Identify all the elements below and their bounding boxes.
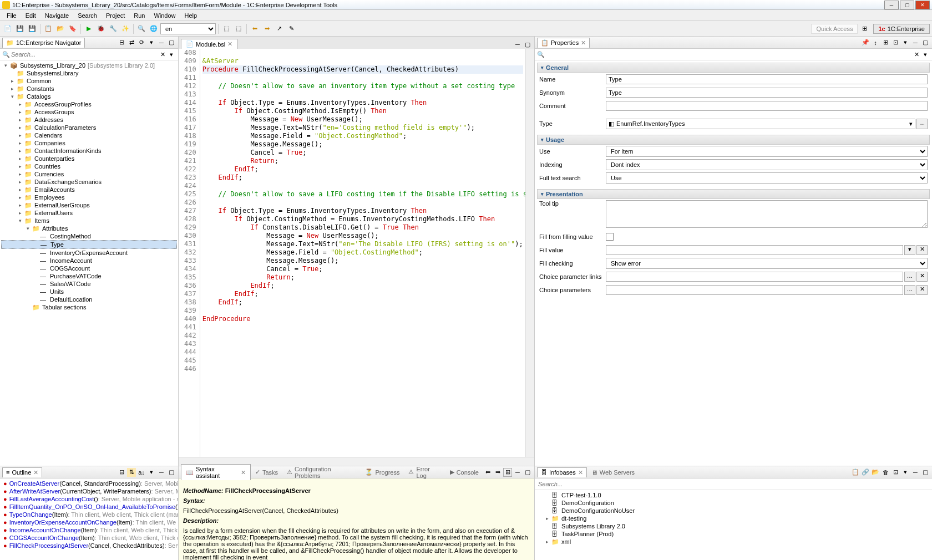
wand-button[interactable]: ✨	[120, 23, 131, 34]
infobase-item[interactable]: 🗄Subsystems Library 2.0	[536, 522, 931, 530]
infobase-tool-3[interactable]: 📂	[871, 468, 880, 477]
tree-node[interactable]: ▸📁AccessGroups	[1, 108, 177, 116]
prop-type-field[interactable]: ◧EnumRef.InventoryTypes▾	[606, 119, 915, 129]
properties-filter-input[interactable]	[545, 50, 912, 59]
tree-node[interactable]: ▸📁AccessGroupProfiles	[1, 100, 177, 108]
maximize-panel-button[interactable]: ▢	[167, 468, 176, 477]
menu-navigate[interactable]: Navigate	[40, 11, 73, 20]
code-editor[interactable]: 4084094104114124134144154164174184194204…	[179, 49, 534, 457]
outline-tab[interactable]: ≡ Outline ✕	[2, 467, 42, 477]
syntax-tool-3[interactable]: ⊞	[503, 468, 512, 477]
tree-node[interactable]: ▸📁Constants	[1, 85, 177, 93]
nav-button-2[interactable]: ⬚	[233, 23, 244, 34]
tree-node[interactable]: —IncomeAccount	[1, 257, 177, 264]
tree-node[interactable]: ▾📁Catalogs	[1, 93, 177, 100]
tree-node[interactable]: ▾📁Items	[1, 217, 177, 225]
infobase-tool-2[interactable]: 🔗	[861, 468, 870, 477]
tree-node[interactable]: ▸📁ContactInformationKinds	[1, 147, 177, 155]
outline-tool-1[interactable]: ⊟	[117, 468, 126, 477]
fillvalue-dropdown-button[interactable]: ▾	[904, 245, 915, 255]
prop-name-input[interactable]	[606, 74, 928, 84]
filter-menu-button[interactable]: ▾	[921, 50, 930, 59]
choicelinks-clear-button[interactable]: ✕	[916, 272, 928, 282]
perspective-button[interactable]: 1c1C:Enterprise	[873, 24, 930, 34]
refresh-button[interactable]: ⟳	[137, 38, 146, 47]
tree-node[interactable]: —PurchaseVATCode	[1, 272, 177, 280]
infobase-item[interactable]: 🗄DemoConfigurationNoUser	[536, 507, 931, 515]
tree-node[interactable]: ▸📁EmailAccounts	[1, 186, 177, 194]
editor-tab-module[interactable]: 📄 Module.bsl ✕	[181, 39, 237, 49]
tree-node[interactable]: 📁Tabular sections	[1, 303, 177, 311]
maximize-panel-button[interactable]: ▢	[921, 38, 930, 47]
outline-item[interactable]: ●OnCreateAtServer(Cancel, StandardProces…	[1, 480, 177, 487]
infobase-tool-5[interactable]: ⊡	[891, 468, 900, 477]
maximize-button[interactable]: ▢	[900, 1, 914, 9]
maximize-panel-button[interactable]: ▢	[523, 468, 532, 477]
run-button[interactable]: ▶	[83, 23, 94, 34]
syntax-tab[interactable]: ▶Console	[445, 464, 483, 480]
categorize-button[interactable]: ⊞	[881, 38, 890, 47]
tools-button[interactable]: 🔧	[108, 23, 119, 34]
minimize-panel-button[interactable]: ─	[911, 468, 920, 477]
edit-toolbar-button[interactable]: ✎	[286, 23, 297, 34]
view-menu-button[interactable]: ▾	[147, 38, 156, 47]
syntax-tab[interactable]: ⏳Progress	[361, 464, 404, 480]
save-button[interactable]: 💾	[14, 23, 26, 34]
view-menu-button[interactable]: ▾	[901, 38, 910, 47]
tree-node[interactable]: —SalesVATCode	[1, 280, 177, 288]
prop-choicelinks-input[interactable]	[606, 272, 903, 282]
tree-node[interactable]: —Units	[1, 288, 177, 296]
section-general[interactable]: General	[537, 63, 930, 73]
search-menu-button[interactable]: ▾	[167, 50, 176, 59]
close-tab-button[interactable]: ✕	[578, 469, 583, 476]
code-body[interactable]: &AtServerProcedure FillCheckProcessingAt…	[200, 49, 525, 457]
close-button[interactable]: ✕	[915, 1, 930, 9]
navigator-search-input[interactable]	[10, 50, 158, 59]
tree-node[interactable]: ▸📁DataExchangeScenarios	[1, 178, 177, 186]
quick-access[interactable]: Quick Access	[811, 24, 858, 34]
tree-node[interactable]: —COGSAccount	[1, 264, 177, 272]
outline-sort-button[interactable]: a↓	[137, 468, 146, 477]
forward-button[interactable]: ➡	[261, 23, 272, 34]
prop-fulltext-select[interactable]: Use	[606, 172, 928, 184]
outline-item[interactable]: ●FillLastAverageAccountingCost() : Serve…	[1, 495, 177, 503]
prop-use-select[interactable]: For item	[606, 146, 928, 157]
open-button[interactable]: 📂	[55, 23, 66, 34]
close-tab-button[interactable]: ✕	[227, 40, 232, 48]
tree-root[interactable]: ▾📦Subsystems_Library_20[Subsystems Libra…	[1, 62, 177, 69]
perspective-switcher-icon[interactable]: ⊞	[859, 23, 870, 34]
tree-node[interactable]: ▸📁Countries	[1, 162, 177, 170]
type-picker-button[interactable]: …	[916, 119, 928, 129]
link-editor-button[interactable]: ⇄	[127, 38, 136, 47]
bookmark-button[interactable]: 🔖	[67, 23, 78, 34]
infobase-item[interactable]: 🗄TaskPlanner (Prod)	[536, 530, 931, 538]
prop-fillfrom-checkbox[interactable]	[606, 233, 614, 241]
section-usage[interactable]: Usage	[537, 135, 930, 145]
prop-synonym-input[interactable]	[606, 88, 928, 98]
infobases-search-input[interactable]	[537, 480, 930, 488]
clear-search-button[interactable]: ✕	[158, 50, 167, 59]
new-button[interactable]: 📄	[2, 23, 13, 34]
maximize-panel-button[interactable]: ▢	[167, 38, 176, 47]
infobase-item[interactable]: ▸📁dt-testing	[536, 515, 931, 522]
tree-node[interactable]: —CostingMethod	[1, 232, 177, 240]
sort-button[interactable]: ↕	[871, 38, 880, 47]
outline-item[interactable]: ●FillCheckProcessingAtServer(Cancel, Che…	[1, 542, 177, 549]
nav-button-1[interactable]: ⬚	[221, 23, 232, 34]
globe-button[interactable]: 🌐	[148, 23, 159, 34]
tree-node[interactable]: ▸📁Counterparties	[1, 155, 177, 162]
navigator-tree[interactable]: ▾📦Subsystems_Library_20[Subsystems Libra…	[0, 60, 178, 466]
nav-back-button[interactable]: ⬅	[483, 468, 492, 477]
prop-tooltip-input[interactable]	[606, 200, 928, 228]
syntax-tab[interactable]: ✓Tasks	[251, 464, 282, 480]
prop-comment-input[interactable]	[606, 101, 928, 111]
outline-item[interactable]: ●InventoryOrExpenseAccountOnChange(Item)…	[1, 518, 177, 526]
menu-edit[interactable]: Edit	[21, 11, 40, 20]
outline-item[interactable]: ●IncomeAccountOnChange(Item) : Thin clie…	[1, 526, 177, 534]
syntax-tab[interactable]: ⚠Error Log	[404, 464, 445, 480]
tree-node[interactable]: —DefaultLocation	[1, 296, 177, 303]
tree-node[interactable]: ▾📁Attributes	[1, 225, 177, 232]
menu-file[interactable]: File	[2, 11, 21, 20]
outline-item[interactable]: ●COGSAccountOnChange(Item) : Thin client…	[1, 534, 177, 542]
outline-list[interactable]: ●OnCreateAtServer(Cancel, StandardProces…	[0, 478, 178, 560]
